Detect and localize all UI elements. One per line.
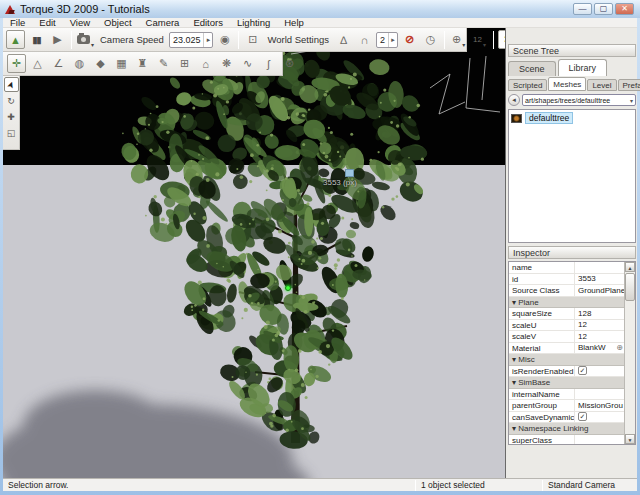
terrain-painter-button[interactable]: ∠ (49, 54, 68, 73)
scroll-thumb[interactable] (625, 273, 635, 301)
checkbox[interactable]: ✓ (578, 366, 587, 375)
add-object-button[interactable]: ⊕▾ (449, 30, 468, 49)
object-editor-button[interactable]: ✛ (7, 54, 26, 73)
main-content: 3553 (px) ▲ ▮▮ ▶ ▾ Camera Speed 23.025▸ … (3, 28, 637, 478)
subtab-level[interactable]: Level (587, 79, 616, 91)
shape-editor-button[interactable]: ⊛ (280, 54, 299, 73)
menu-item-camera[interactable]: Camera (139, 18, 187, 28)
material-editor-button[interactable]: ◍ (70, 54, 89, 73)
river-editor-button[interactable]: ∿ (238, 54, 257, 73)
layout-button[interactable]: ▮▮ (27, 30, 46, 49)
rotate-tool[interactable]: ↻ (4, 93, 19, 108)
play-button[interactable]: ▶ (48, 30, 67, 49)
tab-library[interactable]: Library (558, 59, 608, 76)
spinner-arrow-icon[interactable]: ▸ (388, 33, 397, 47)
property-value[interactable]: ✓ (575, 366, 625, 375)
move-tool[interactable]: ✚ (4, 109, 19, 124)
scene-tree-header[interactable]: Scene Tree (508, 44, 636, 57)
property-label: internalName (509, 389, 575, 400)
material-picker-icon[interactable]: ⊕ (616, 342, 623, 354)
menu-item-file[interactable]: File (3, 18, 32, 28)
tab-scene[interactable]: Scene (508, 61, 556, 76)
menu-item-editors[interactable]: Editors (186, 18, 230, 28)
selection-gizmo-dot[interactable] (285, 285, 291, 291)
3d-viewport[interactable]: 3553 (px) (3, 28, 505, 478)
mission-area-editor-button[interactable]: ⌂ (196, 54, 215, 73)
sketch-tool-button[interactable]: ◆ (91, 54, 110, 73)
inspector-header[interactable]: Inspector (508, 246, 636, 259)
toolbar-separator (71, 31, 72, 49)
caret-icon: ▾ (462, 41, 465, 48)
inspector-row: scaleU12 (509, 320, 625, 332)
menu-item-object[interactable]: Object (97, 18, 138, 28)
scroll-up-icon[interactable]: ▲ (625, 262, 635, 272)
inspector-group-simbase[interactable]: ▾ SimBase (509, 377, 625, 389)
editors-toolbar: ✛△∠◍◆▦♜✎⊞⌂❋∿ʃ⊛ (3, 52, 283, 76)
magnet-snap-button[interactable]: ∩ (355, 30, 374, 49)
terrain-editor-button[interactable]: △ (28, 54, 47, 73)
subtab-meshes[interactable]: Meshes (548, 77, 586, 91)
scale-tool[interactable]: ◱ (4, 125, 19, 140)
visibility-eye-button[interactable]: ◉ (215, 30, 234, 49)
inspector-scrollbar[interactable]: ▲ ▼ (624, 262, 635, 444)
camera-speed-input[interactable]: 23.025▸ (169, 32, 214, 48)
spinner-arrow-icon[interactable]: ▸ (203, 33, 212, 47)
decal-editor-button[interactable]: ♜ (133, 54, 152, 73)
menu-item-view[interactable]: View (63, 18, 97, 28)
property-value[interactable]: GroundPlane (575, 285, 625, 297)
particle-editor-button[interactable]: ❋ (217, 54, 236, 73)
inspector-row: canSaveDynamicFiel...✓ (509, 412, 625, 424)
road-path-editor-button[interactable]: ʃ (259, 54, 278, 73)
select-arrow-tool-icon: ➤ (5, 79, 17, 90)
frame-selection-button[interactable]: ⊡ (243, 30, 262, 49)
inspector-row: isRenderEnabled✓ (509, 366, 625, 378)
maximize-button[interactable]: ▢ (594, 3, 613, 15)
scene-view-button[interactable]: ▲ (6, 30, 25, 49)
property-label: Material (509, 343, 575, 354)
checkbox[interactable]: ✓ (578, 412, 587, 421)
terrain-snap-button[interactable]: ∆ (334, 30, 353, 49)
status-bar: Selection arrow. 1 object selected Stand… (3, 478, 637, 491)
property-value[interactable]: ✓ (575, 412, 625, 421)
library-path-combo[interactable]: art/shapes/trees/defaulttree ▾ (522, 94, 636, 106)
property-value[interactable]: 12 (575, 331, 625, 343)
property-value[interactable]: MissionGrou (575, 400, 625, 412)
property-value[interactable]: BlankW⊕ (575, 342, 625, 354)
minimize-button[interactable]: — (573, 3, 592, 15)
time-of-day-button[interactable]: ◷ (421, 30, 440, 49)
property-label: Source Class (509, 285, 575, 296)
menu-item-edit[interactable]: Edit (32, 18, 62, 28)
snap-size-input[interactable]: 2▸ (376, 32, 398, 48)
camera-dropdown-button[interactable]: ▾ (76, 30, 95, 49)
menu-item-help[interactable]: Help (277, 18, 311, 28)
forest-editor-button[interactable]: ✎ (154, 54, 173, 73)
subtab-scripted[interactable]: Scripted (508, 79, 547, 91)
close-button[interactable]: ✕ (615, 3, 634, 15)
list-item[interactable]: defaulttree (509, 110, 635, 126)
property-value[interactable]: 3553 (575, 273, 625, 285)
property-value[interactable]: 12 (575, 319, 625, 331)
inspector-row: scaleV12 (509, 331, 625, 343)
title-bar[interactable]: Torque 3D 2009 - Tutorials — ▢ ✕ (0, 0, 640, 18)
property-label: scaleU (509, 320, 575, 331)
property-label: canSaveDynamicFiel... (509, 412, 575, 423)
toggle-collision-button[interactable]: ⊘ (400, 30, 419, 49)
visibility-layers-button[interactable]: 12▾ (470, 30, 489, 49)
inspector-group-plane[interactable]: ▾ Plane (509, 297, 625, 309)
gui-editor-button[interactable]: ⊞ (175, 54, 194, 73)
library-back-button[interactable]: ◂ (508, 94, 520, 106)
toolbar-separator (444, 31, 445, 49)
inspector-row: Source ClassGroundPlane (509, 285, 625, 297)
menu-item-lighting[interactable]: Lighting (230, 18, 277, 28)
property-value[interactable]: 128 (575, 308, 625, 320)
select-arrow-tool[interactable]: ➤ (4, 77, 19, 92)
inspector-group-misc[interactable]: ▾ Misc (509, 354, 625, 366)
scroll-down-icon[interactable]: ▼ (625, 434, 635, 444)
library-subtabs: ScriptedMeshesLevelPrefabs (508, 77, 640, 91)
inspector-row: squareSize128 (509, 308, 625, 320)
subtab-prefabs[interactable]: Prefabs (618, 79, 640, 91)
inspector-group-namespace-linking[interactable]: ▾ Namespace Linking (509, 423, 625, 435)
status-mode: Selection arrow. (3, 479, 415, 492)
library-list[interactable]: defaulttree (508, 109, 636, 243)
datablock-editor-button[interactable]: ▦ (112, 54, 131, 73)
